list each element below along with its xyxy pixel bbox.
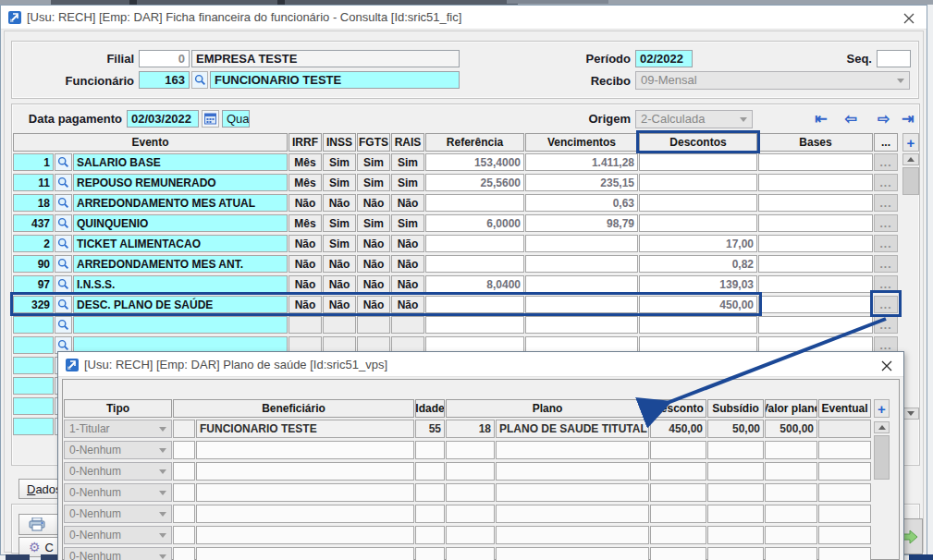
scroll-up-icon[interactable] (902, 153, 919, 165)
event-name-cell[interactable]: ARREDONDAMENTO MES ATUAL (73, 194, 288, 212)
event-search-button[interactable] (55, 255, 72, 273)
recibo-dropdown[interactable]: 09-Mensal (635, 71, 910, 90)
plano-name-cell[interactable] (496, 526, 649, 544)
row-detail-button[interactable]: ... (874, 174, 898, 191)
popup-scroll-up-icon[interactable] (874, 421, 890, 433)
event-code-cell[interactable]: 11 (13, 174, 54, 191)
calendar-icon[interactable] (202, 110, 219, 128)
eventual-cell[interactable] (818, 505, 871, 523)
filial-name-field[interactable]: EMPRESA TESTE (191, 50, 460, 67)
eventual-cell[interactable] (818, 526, 871, 544)
plano-name-cell[interactable] (496, 441, 649, 459)
periodo-field[interactable]: 02/2022 (635, 50, 693, 67)
idade-cell[interactable] (415, 441, 445, 459)
nav-next-icon[interactable]: ⇨ (875, 111, 893, 128)
event-search-button[interactable] (55, 214, 72, 232)
subsidio-cell[interactable] (707, 441, 764, 459)
event-name-cell[interactable]: REPOUSO REMUNERADO (73, 174, 288, 191)
beneficiario-name-cell[interactable] (196, 441, 414, 459)
tipo-dropdown[interactable]: 0-Nenhum (64, 526, 172, 544)
desconto-cell[interactable]: 450,00 (650, 420, 706, 438)
funcionario-search-button[interactable] (191, 71, 208, 89)
beneficiario-code-cell[interactable] (173, 483, 195, 502)
idade-cell[interactable] (415, 462, 445, 481)
beneficiario-name-cell[interactable] (196, 462, 414, 481)
idade-cell[interactable] (415, 505, 445, 523)
tipo-dropdown[interactable]: 0-Nenhum (64, 483, 172, 502)
popup-scrollbar-thumb[interactable] (874, 435, 890, 480)
beneficiario-code-cell[interactable] (173, 547, 195, 560)
plano-code-cell[interactable]: 18 (446, 420, 495, 438)
event-code-cell[interactable]: 437 (13, 214, 54, 232)
event-code-cell[interactable]: 2 (13, 235, 54, 252)
event-code-cell[interactable] (13, 397, 54, 415)
beneficiario-name-cell[interactable] (196, 483, 414, 502)
valor-plano-cell[interactable] (765, 547, 817, 560)
idade-cell[interactable]: 55 (415, 420, 445, 438)
nav-previous-icon[interactable]: ⇦ (841, 111, 860, 128)
tipo-dropdown[interactable]: 0-Nenhum (64, 462, 172, 481)
event-code-cell[interactable] (13, 357, 54, 374)
scrollbar-thumb[interactable] (902, 167, 919, 195)
plano-name-cell[interactable]: PLANO DE SAUDE TITUTAL (496, 420, 649, 438)
event-search-button[interactable] (55, 174, 72, 191)
main-close-icon[interactable] (902, 12, 915, 25)
beneficiario-code-cell[interactable] (173, 441, 195, 459)
funcionario-name-field[interactable]: FUNCIONARIO TESTE (210, 71, 460, 89)
plano-code-cell[interactable] (446, 547, 495, 560)
event-code-cell[interactable]: 18 (13, 194, 54, 212)
beneficiario-code-cell[interactable] (173, 505, 195, 523)
valor-plano-cell[interactable] (765, 441, 817, 459)
beneficiario-code-cell[interactable] (173, 420, 195, 438)
tipo-dropdown[interactable]: 0-Nenhum (64, 547, 172, 560)
event-code-cell[interactable] (13, 377, 54, 395)
event-search-button[interactable] (55, 194, 72, 212)
event-search-button[interactable] (55, 153, 72, 171)
valor-plano-cell[interactable] (765, 462, 817, 481)
eventual-cell[interactable] (818, 462, 871, 481)
event-code-cell[interactable] (13, 336, 54, 354)
tipo-dropdown[interactable]: 1-Titular (64, 420, 172, 438)
beneficiario-name-cell[interactable] (196, 526, 414, 544)
plano-code-cell[interactable] (446, 441, 495, 459)
row-detail-button[interactable]: ... (874, 194, 898, 212)
plano-name-cell[interactable] (496, 483, 649, 502)
event-search-button[interactable] (55, 316, 72, 334)
row-detail-button[interactable]: ... (874, 153, 898, 171)
desconto-cell[interactable] (650, 547, 706, 560)
event-code-cell[interactable]: 1 (13, 153, 54, 171)
plano-code-cell[interactable] (446, 483, 495, 502)
eventual-cell[interactable] (818, 547, 871, 560)
subsidio-cell[interactable]: 50,00 (707, 420, 764, 438)
popup-close-icon[interactable] (880, 359, 893, 372)
beneficiario-code-cell[interactable] (173, 526, 195, 544)
row-detail-button[interactable]: ... (874, 214, 898, 232)
plano-code-cell[interactable] (446, 526, 495, 544)
plano-code-cell[interactable] (446, 505, 495, 523)
beneficiario-code-cell[interactable] (173, 462, 195, 481)
idade-cell[interactable] (415, 483, 445, 502)
event-name-cell[interactable] (73, 316, 288, 334)
eventual-cell[interactable] (818, 420, 871, 438)
origem-dropdown[interactable]: 2-Calculada (635, 110, 753, 128)
event-search-button[interactable] (55, 235, 72, 252)
event-name-cell[interactable]: I.N.S.S. (73, 275, 288, 293)
tipo-dropdown[interactable]: 0-Nenhum (64, 505, 172, 523)
idade-cell[interactable] (415, 526, 445, 544)
valor-plano-cell[interactable] (765, 526, 817, 544)
plano-code-cell[interactable] (446, 462, 495, 481)
row-detail-button[interactable]: ... (874, 235, 898, 252)
subsidio-cell[interactable] (707, 462, 764, 481)
tipo-dropdown[interactable]: 0-Nenhum (64, 441, 172, 459)
row-detail-button[interactable]: ... (874, 316, 898, 334)
desconto-cell[interactable] (650, 505, 706, 523)
subsidio-cell[interactable] (707, 483, 764, 502)
event-name-cell[interactable]: SALARIO BASE (73, 153, 288, 171)
desconto-cell[interactable] (650, 526, 706, 544)
nav-first-icon[interactable]: ⇤ (812, 111, 830, 128)
event-code-cell[interactable] (13, 316, 54, 334)
beneficiario-name-cell[interactable] (196, 505, 414, 523)
data-pagamento-field[interactable]: 02/03/2022 (127, 110, 199, 128)
valor-plano-cell[interactable] (765, 483, 817, 502)
event-name-cell[interactable]: TICKET ALIMENTACAO (73, 235, 288, 252)
